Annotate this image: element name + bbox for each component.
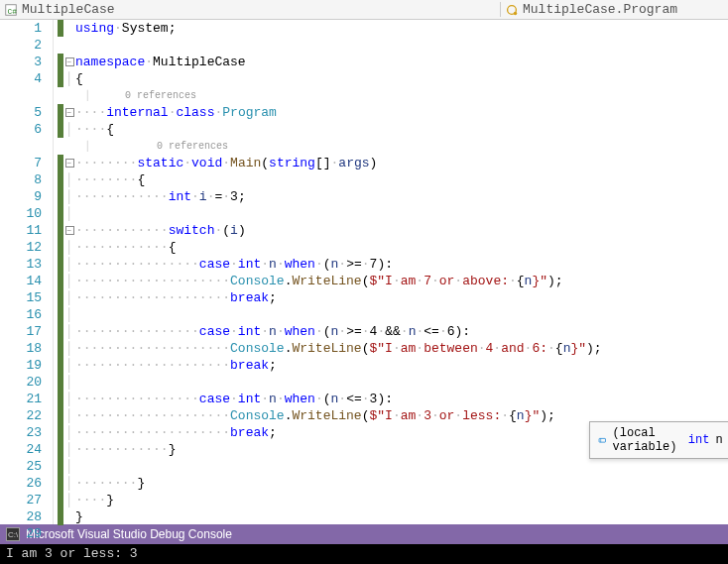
tooltip-label: (local variable) [613, 426, 682, 454]
svg-text:C#: C# [8, 6, 18, 15]
breadcrumb-project[interactable]: C# MultipleCase [0, 2, 119, 17]
class-icon [505, 3, 519, 17]
tooltip-name: n [715, 433, 722, 447]
fold-toggle[interactable]: − [65, 57, 74, 66]
codelens-references[interactable]: 0 references [93, 138, 228, 155]
svg-rect-4 [599, 438, 605, 442]
fold-toggle[interactable]: − [65, 226, 74, 235]
codelens-references[interactable]: 0 references [93, 87, 196, 104]
breadcrumb-project-label: MultipleCase [22, 2, 115, 17]
console-output: I am 3 or less: 3 [0, 544, 728, 564]
code-editor[interactable]: 1 2 3 4 5 6 7 8 9 10 11 12 13 14 15 16 1… [0, 20, 728, 524]
breadcrumb-bar: C# MultipleCase MultipleCase.Program [0, 0, 728, 20]
line-number-gutter: 1 2 3 4 5 6 7 8 9 10 11 12 13 14 15 16 1… [0, 20, 58, 524]
console-output-text: I am 3 or less: 3 [6, 546, 138, 561]
breadcrumb-class-label: MultipleCase.Program [523, 2, 677, 17]
fold-toggle[interactable]: − [65, 159, 74, 168]
breadcrumb-class[interactable]: MultipleCase.Program [500, 2, 728, 17]
intellisense-tooltip: (local variable) int n [589, 421, 728, 459]
csharp-project-icon: C# [4, 3, 18, 17]
fold-toggle[interactable]: − [65, 108, 74, 117]
code-content[interactable]: using·System; −namespace·MultipleCase │{… [58, 20, 728, 524]
local-variable-icon [598, 433, 607, 447]
tooltip-type: int [688, 433, 710, 447]
svg-point-3 [514, 11, 518, 15]
